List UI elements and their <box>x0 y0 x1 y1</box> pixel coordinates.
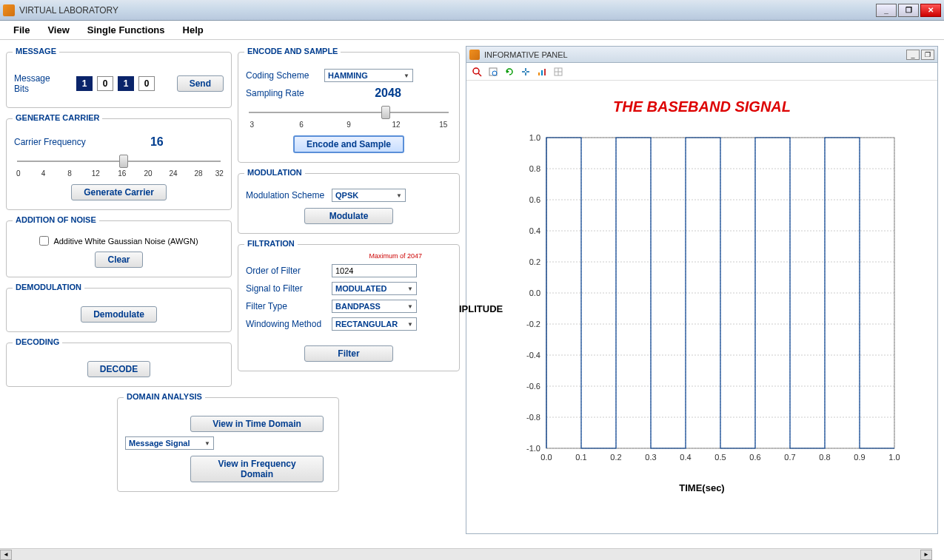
java-icon <box>3 4 15 16</box>
encode-title: ENCODE AND SAMPLE <box>244 47 341 55</box>
svg-text:-0.2: -0.2 <box>526 320 540 328</box>
svg-text:0.0: 0.0 <box>540 453 552 462</box>
bit-input-3[interactable] <box>138 76 155 91</box>
horizontal-scrollbar[interactable]: ◄ ► <box>0 548 932 560</box>
window-method-select[interactable]: RECTANGULAR▼ <box>332 317 417 331</box>
signal-select[interactable]: Message Signal▼ <box>125 436 214 450</box>
menubar: File View Single Functions Help <box>0 21 944 40</box>
bit-input-0[interactable] <box>76 76 93 91</box>
zoom-in-icon[interactable] <box>469 64 484 79</box>
chevron-down-icon: ▼ <box>407 303 413 310</box>
svg-text:0.0: 0.0 <box>529 289 540 297</box>
modulation-title: MODULATION <box>244 168 305 177</box>
decode-title: DECODING <box>13 337 62 346</box>
window-titlebar: VIRTUAL LABORATORY _ ❐ ✕ <box>0 0 944 21</box>
max-note: Maximum of 2047 <box>246 252 422 260</box>
send-button[interactable]: Send <box>177 75 224 92</box>
chevron-down-icon: ▼ <box>204 440 210 447</box>
svg-point-0 <box>473 68 479 74</box>
svg-line-1 <box>478 73 481 76</box>
maximize-button[interactable]: ❐ <box>898 4 919 17</box>
bit-input-1[interactable] <box>97 76 113 91</box>
info-maximize-button[interactable]: ❐ <box>921 50 934 60</box>
informative-panel-frame: INFORMATIVE PANEL _ ❐ THE BASEBAND SIGNA… <box>466 46 938 534</box>
close-button[interactable]: ✕ <box>920 4 941 17</box>
carrier-freq-value: 16 <box>150 135 164 148</box>
svg-text:0.4: 0.4 <box>680 453 691 462</box>
filter-type-select[interactable]: BANDPASS▼ <box>332 300 417 313</box>
coding-scheme-select[interactable]: HAMMING▼ <box>324 69 413 82</box>
menu-single-functions[interactable]: Single Functions <box>78 21 174 38</box>
svg-text:0.1: 0.1 <box>575 453 586 462</box>
filtration-panel: FILTRATION Maximum of 2047 Order of Filt… <box>238 244 460 371</box>
info-minimize-button[interactable]: _ <box>906 50 920 60</box>
mod-scheme-label: Modulation Scheme <box>246 190 327 200</box>
svg-text:0.8: 0.8 <box>529 164 540 173</box>
svg-text:0.9: 0.9 <box>854 453 865 462</box>
encode-sample-button[interactable]: Encode and Sample <box>293 135 404 153</box>
scroll-right-icon[interactable]: ► <box>920 550 932 560</box>
carrier-panel: GENERATE CARRIER Carrier Frequency 16 0 … <box>6 118 232 210</box>
clear-button[interactable]: Clear <box>95 252 142 268</box>
mod-scheme-select[interactable]: QPSK▼ <box>332 189 406 202</box>
carrier-slider[interactable]: 0 4 8 12 16 20 24 28 32 <box>14 153 224 178</box>
svg-rect-6 <box>541 70 543 75</box>
time-domain-button[interactable]: View in Time Domain <box>190 416 324 432</box>
filter-button[interactable]: Filter <box>304 345 393 362</box>
menu-file[interactable]: File <box>4 21 39 38</box>
svg-text:0.3: 0.3 <box>645 453 656 462</box>
svg-text:0.4: 0.4 <box>529 226 540 235</box>
svg-text:1.0: 1.0 <box>529 133 540 142</box>
chart-title: THE BASEBAND SIGNAL <box>489 98 915 115</box>
awgn-checkbox[interactable] <box>39 236 49 246</box>
svg-text:0.8: 0.8 <box>819 453 830 462</box>
info-toolbar <box>466 63 937 81</box>
domain-title: DOMAIN ANALYSIS <box>124 392 205 401</box>
generate-carrier-button[interactable]: Generate Carrier <box>71 184 167 200</box>
message-panel: MESSAGE Message Bits Send <box>6 52 232 108</box>
modulation-panel: MODULATION Modulation Scheme QPSK▼ Modul… <box>238 173 460 234</box>
coding-scheme-label: Coding Scheme <box>246 70 320 81</box>
svg-text:-0.8: -0.8 <box>526 413 540 422</box>
fit-icon[interactable] <box>518 64 533 79</box>
menu-help[interactable]: Help <box>174 21 212 38</box>
x-axis-label: TIME(sec) <box>489 482 915 493</box>
svg-text:0.7: 0.7 <box>784 453 795 462</box>
demodulate-button[interactable]: Demodulate <box>81 306 157 323</box>
sampling-slider[interactable]: 3 6 9 12 15 <box>246 104 452 129</box>
java-icon <box>469 50 480 60</box>
svg-text:0.6: 0.6 <box>529 195 540 204</box>
refresh-icon[interactable] <box>502 64 517 79</box>
svg-text:-1.0: -1.0 <box>526 444 540 453</box>
noise-panel: ADDITION OF NOISE Additive White Gaussia… <box>6 220 232 277</box>
carrier-title: GENERATE CARRIER <box>13 113 102 122</box>
carrier-freq-label: Carrier Frequency <box>14 137 86 147</box>
demod-panel: DEMODULATION Demodulate <box>6 288 232 332</box>
scroll-left-icon[interactable]: ◄ <box>0 550 12 560</box>
noise-title: ADDITION OF NOISE <box>13 215 99 224</box>
signal-filter-select[interactable]: MODULATED▼ <box>332 282 417 295</box>
bit-input-2[interactable] <box>118 76 134 91</box>
chart-config-icon[interactable] <box>535 64 549 79</box>
freq-domain-button[interactable]: View in Frequency Domain <box>190 456 324 482</box>
filtration-title: FILTRATION <box>244 239 298 248</box>
modulate-button[interactable]: Modulate <box>304 208 393 224</box>
carrier-slider-thumb[interactable] <box>119 155 128 168</box>
svg-text:0.5: 0.5 <box>714 453 726 462</box>
chevron-down-icon: ▼ <box>404 72 409 79</box>
domain-panel: DOMAIN ANALYSIS View in Time Domain Mess… <box>117 397 339 492</box>
message-title: MESSAGE <box>13 47 59 55</box>
svg-text:-0.6: -0.6 <box>526 382 540 391</box>
minimize-button[interactable]: _ <box>876 4 897 17</box>
awgn-label: Additive White Gaussian Noise (AWGN) <box>53 237 198 246</box>
chevron-down-icon: ▼ <box>407 286 413 292</box>
order-input[interactable] <box>332 264 417 277</box>
zoom-box-icon[interactable] <box>486 64 501 79</box>
sampling-slider-thumb[interactable] <box>381 106 390 119</box>
decode-button[interactable]: DECODE <box>87 361 150 377</box>
svg-text:0.2: 0.2 <box>529 257 540 266</box>
demod-title: DEMODULATION <box>13 283 84 291</box>
order-label: Order of Filter <box>246 266 327 276</box>
menu-view[interactable]: View <box>39 21 78 38</box>
grid-icon[interactable] <box>551 64 566 79</box>
